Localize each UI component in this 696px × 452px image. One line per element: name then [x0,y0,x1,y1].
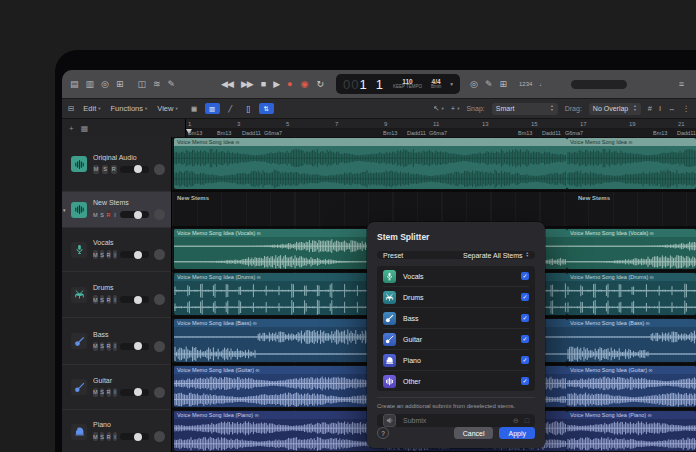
cancel-button[interactable]: Cancel [454,427,494,439]
stop-icon[interactable]: ■ [261,80,265,89]
pointer-tool-icon[interactable]: ↖▾ [433,104,444,113]
flex-icon[interactable]: ⇅ [259,103,274,114]
lcd-chevron-icon[interactable]: ▾ [450,81,453,87]
input-monitor-button[interactable]: I [113,432,117,441]
input-monitor-button[interactable]: I [113,250,117,259]
input-monitor-button[interactable]: I [113,210,117,219]
track-header-piano[interactable]: PianoMSRI [62,410,171,452]
solo-button[interactable]: S [100,250,104,259]
audio-region-guitar[interactable]: Voice Memo Song Idea (Guitar) ∞ [567,366,696,407]
input-monitor-button[interactable]: I [113,295,117,304]
pan-knob[interactable] [154,341,165,352]
pan-knob[interactable] [154,209,165,220]
volume-slider[interactable] [120,433,149,440]
sliders-icon[interactable]: ≋ [153,80,161,89]
add-track-icon[interactable]: + [69,124,74,133]
grid-view-icon[interactable]: ▦ [187,103,202,114]
pan-knob[interactable] [154,431,165,442]
audio-region-piano[interactable]: Voice Memo Song Idea (Piano) ∞ [567,411,696,451]
master-volume-slider[interactable] [571,80,627,89]
solo-button[interactable]: S [100,295,104,304]
help-button[interactable]: ? [377,427,389,439]
toolbar-icon[interactable]: ⊞ [116,80,124,89]
record-enable-button[interactable]: R [107,295,111,304]
menu-view[interactable]: View▾ [157,104,177,113]
list-icon[interactable]: ≡ [679,80,684,89]
volume-slider[interactable] [120,211,149,218]
rewind-icon[interactable]: ◀◀ [221,80,233,89]
display-icon[interactable]: ▥ [86,80,95,89]
text-cursor-icon[interactable]: I [659,104,661,113]
volume-slider[interactable] [120,166,149,173]
track-header-guitar[interactable]: GuitarMSRI [62,365,171,410]
loops-icon[interactable]: ⊞ [499,80,507,89]
track-header-original-audio[interactable]: Original AudioMSR [62,137,171,192]
mute-button[interactable]: M [93,432,98,441]
count-in-icon[interactable]: 1234 [519,81,532,87]
tuner-icon[interactable]: ✎ [485,80,493,89]
mute-button[interactable]: M [93,210,98,219]
track-header-config-icon[interactable]: ⊟ [68,104,74,113]
solo-button[interactable]: S [100,388,104,397]
apply-button[interactable]: Apply [499,427,535,439]
stem-checkbox[interactable]: ✓ [521,377,529,385]
solo-button[interactable]: S [100,210,104,219]
more-icon[interactable]: ⋮ [683,104,691,113]
record-enable-button[interactable]: R [107,388,111,397]
audio-region-original-audio[interactable]: Voice Memo Song Idea ∞ [174,138,567,189]
mute-button[interactable]: M [93,342,98,351]
snap-dropdown[interactable]: Smart▲▼ [492,103,558,115]
pencil-icon[interactable]: ✎ [168,80,176,89]
record-enable-button[interactable]: R [107,250,111,259]
capture-record-icon[interactable]: ◉ [301,80,309,89]
metronome-icon[interactable]: ♩ [539,81,545,87]
stem-checkbox[interactable]: ✓ [521,293,529,301]
menu-edit[interactable]: Edit▾ [83,104,100,113]
stem-checkbox[interactable]: ✓ [521,335,529,343]
replace-icon[interactable]: ◎ [470,80,478,89]
play-icon[interactable]: ▶ [273,80,279,89]
lcd-display[interactable]: 0011 110 KEEP TEMPO 4/4 Bmin ▾ [336,74,460,94]
brackets-icon[interactable]: [] [241,103,256,114]
audio-region-vocals[interactable]: Voice Memo Song Idea (Vocals) ∞ [567,229,696,269]
mute-button[interactable]: M [93,388,98,397]
pan-knob[interactable] [154,249,165,260]
record-enable-button[interactable]: R [111,165,117,174]
input-monitor-button[interactable]: I [113,342,117,351]
record-icon[interactable]: ● [287,80,292,89]
volume-slider[interactable] [120,296,149,303]
cycle-icon[interactable]: ↻ [316,80,323,89]
volume-slider[interactable] [120,251,149,258]
bar-ruler[interactable]: 13579111315171921 [186,119,696,129]
pan-knob[interactable] [154,164,165,175]
solo-button[interactable]: S [100,432,104,441]
marquee-tool-icon[interactable]: +▾ [451,104,460,113]
track-header-vocals[interactable]: VocalsMSRI [62,228,171,272]
disclosure-triangle-icon[interactable]: ▾ [63,207,66,213]
pan-knob[interactable] [154,387,165,398]
remove-submix-icon[interactable]: ⊖ [513,417,519,425]
chord-track[interactable]: Bm13Bm13Dadd11G6ma7Bm13Dadd11G6ma7Bm13Da… [186,129,696,137]
mute-button[interactable]: M [93,250,98,259]
stem-checkbox[interactable]: ✓ [521,272,529,280]
snap-grid-icon[interactable]: # [648,104,652,113]
track-header-new-stems[interactable]: ▾New StemsMSRI [62,192,171,228]
volume-slider[interactable] [120,389,149,396]
screenshot-icon[interactable]: ▤ [70,80,79,89]
regions-view-icon[interactable]: ▥ [205,103,220,114]
solo-button[interactable]: S [102,165,108,174]
volume-slider[interactable] [120,343,149,350]
track-header-bass[interactable]: BassMSRI [62,318,171,365]
pencil-tool-icon[interactable]: ╱ [223,103,238,114]
menu-functions[interactable]: Functions▾ [111,104,148,113]
stem-checkbox[interactable]: ✓ [521,314,529,322]
input-monitor-button[interactable]: I [113,388,117,397]
track-header-drums[interactable]: DrumsMSRI [62,272,171,318]
submix-color-icon[interactable]: □ [525,417,529,425]
bounds-icon[interactable]: ↔ [668,104,676,113]
audio-region-drums[interactable]: Voice Memo Song Idea (Drums) ∞ [567,273,696,315]
solo-button[interactable]: S [100,342,104,351]
audio-region-original-audio[interactable]: Voice Memo Song Idea ∞ [567,138,696,189]
quick-help-icon[interactable]: ◎ [101,80,109,89]
stem-checkbox[interactable]: ✓ [521,356,529,364]
